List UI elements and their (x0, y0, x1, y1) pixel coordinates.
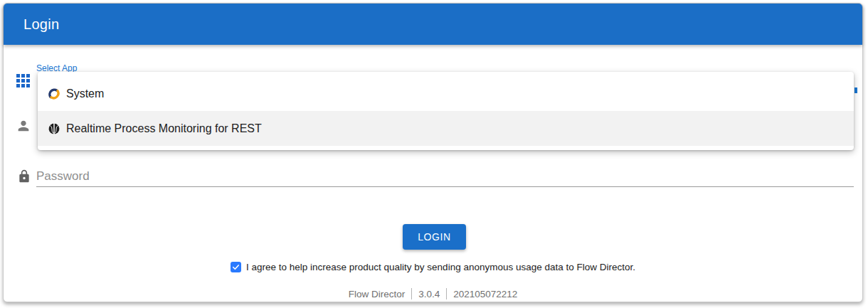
select-underline-fragment (854, 87, 857, 93)
footer-divider (411, 288, 412, 299)
footer-version: 3.0.4 (418, 289, 440, 299)
app-select-dropdown: System Realtime Process Monitoring for R… (38, 72, 854, 150)
login-form: Select App (4, 45, 862, 302)
page-title: Login (23, 16, 59, 33)
person-icon (16, 118, 31, 137)
dropdown-item-label: System (66, 87, 104, 100)
footer-app-name: Flow Director (349, 289, 406, 299)
consent-row: I agree to help increase product quality… (4, 262, 862, 272)
lock-icon (17, 168, 31, 188)
dropdown-item-label: Realtime Process Monitoring for REST (66, 122, 262, 135)
dropdown-item-realtime-process-monitoring[interactable]: Realtime Process Monitoring for REST (38, 111, 854, 146)
footer: Flow Director 3.0.4 202105072212 (4, 288, 862, 299)
system-swirl-icon (48, 87, 60, 100)
page-header: Login (4, 4, 862, 45)
checkmark-icon (232, 263, 240, 271)
dropdown-item-system[interactable]: System (38, 76, 854, 111)
login-card: Login Select App (3, 3, 863, 302)
footer-divider (446, 288, 447, 299)
password-field[interactable] (36, 166, 854, 187)
consent-label: I agree to help increase product quality… (246, 262, 635, 272)
apps-grid-icon (16, 74, 31, 91)
process-monitoring-icon (48, 122, 60, 135)
consent-checkbox[interactable] (231, 262, 241, 272)
footer-build: 202105072212 (453, 289, 517, 299)
login-button[interactable]: LOGIN (403, 224, 466, 250)
